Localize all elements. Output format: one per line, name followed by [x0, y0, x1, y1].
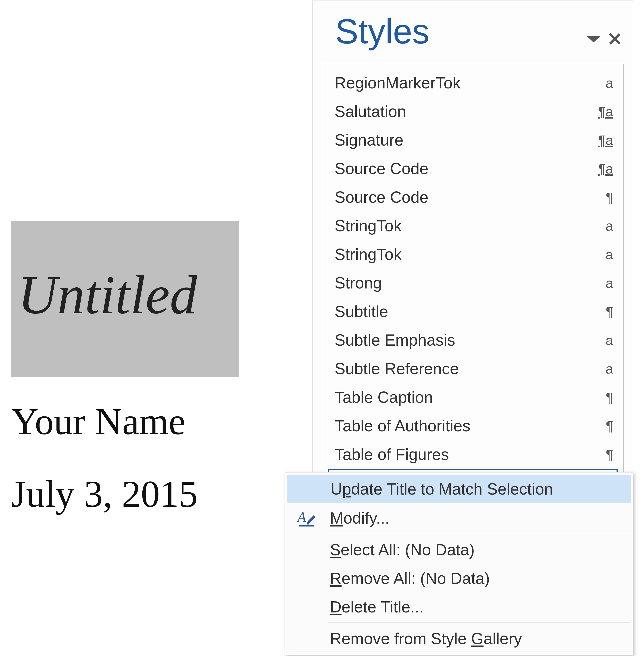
ctx-label: Update Title to Match Selection	[330, 480, 553, 498]
ctx-label: Modify...	[330, 509, 390, 527]
style-item-label: StringTok	[335, 245, 593, 264]
style-item-label: RegionMarkerTok	[335, 74, 593, 92]
ctx-divider	[328, 623, 630, 623]
style-item-label: Subtle Reference	[335, 360, 593, 378]
styles-pane-controls	[586, 32, 621, 46]
style-item[interactable]: Salutation ¶a	[322, 97, 623, 126]
style-type-icon: ¶a	[593, 132, 613, 148]
svg-rect-6	[307, 522, 309, 524]
style-item[interactable]: Table Caption ¶	[322, 383, 623, 411]
style-item[interactable]: RegionMarkerTok a	[322, 69, 623, 97]
ctx-label: Select All: (No Data)	[330, 541, 475, 559]
svg-marker-0	[587, 36, 600, 42]
ctx-divider	[328, 534, 630, 534]
style-type-icon: ¶	[593, 189, 613, 205]
document-date[interactable]: July 3, 2015	[11, 472, 239, 516]
close-icon[interactable]	[608, 32, 621, 46]
style-type-icon: a	[593, 218, 613, 234]
style-item[interactable]: Signature ¶a	[322, 126, 623, 154]
ctx-select-all[interactable]: Select All: (No Data)	[285, 536, 632, 564]
style-type-icon: ¶	[593, 389, 613, 405]
style-item-label: Source Code	[335, 188, 593, 206]
style-item-label: Signature	[335, 131, 593, 149]
style-item-label: Table of Authorities	[335, 417, 593, 435]
style-item-label: Table Caption	[335, 388, 593, 406]
style-type-icon: ¶	[593, 418, 613, 434]
style-item[interactable]: Source Code ¶	[322, 183, 623, 211]
styles-list[interactable]: RegionMarkerTok a Salutation ¶a Signatur…	[322, 64, 624, 526]
style-item[interactable]: StringTok a	[322, 211, 623, 240]
ctx-remove-from-gallery[interactable]: Remove from Style Gallery	[285, 624, 632, 653]
ctx-delete[interactable]: Delete Title...	[285, 593, 632, 621]
style-item[interactable]: StringTok a	[322, 240, 623, 269]
styles-pane: Styles RegionMarkerTok a Salutation ¶a S…	[313, 0, 633, 534]
style-type-icon: ¶	[593, 304, 613, 319]
style-item[interactable]: Table of Authorities ¶	[322, 411, 623, 440]
document-author[interactable]: Your Name	[11, 400, 239, 443]
style-item-label: Source Code	[335, 159, 593, 178]
pane-options-icon[interactable]	[586, 35, 601, 43]
style-item-label: StringTok	[335, 217, 593, 235]
modify-style-icon: A	[294, 508, 319, 528]
ctx-label: Remove from Style Gallery	[330, 629, 522, 648]
style-item-label: Salutation	[335, 102, 593, 120]
style-type-icon: a	[593, 275, 613, 291]
style-item-label: Subtle Emphasis	[335, 331, 593, 349]
style-item[interactable]: Strong a	[322, 269, 623, 297]
style-item[interactable]: Table of Figures ¶	[322, 440, 623, 469]
style-type-icon: a	[593, 247, 613, 262]
ctx-modify[interactable]: A Modify...	[285, 504, 632, 532]
ctx-label: Remove All: (No Data)	[330, 569, 490, 587]
document-title[interactable]: Untitled	[18, 268, 197, 322]
styles-pane-title: Styles	[335, 12, 430, 51]
style-type-icon: a	[593, 332, 613, 348]
style-item-label: Subtitle	[335, 302, 593, 321]
style-item-label: Table of Figures	[335, 445, 593, 463]
style-type-icon: a	[593, 75, 613, 91]
style-item[interactable]: Subtitle ¶	[322, 297, 623, 326]
ctx-remove-all[interactable]: Remove All: (No Data)	[285, 564, 632, 593]
style-type-icon: ¶a	[593, 104, 613, 119]
style-item-label: Strong	[335, 274, 593, 292]
style-item[interactable]: Subtle Reference a	[322, 354, 623, 383]
ctx-update-to-match[interactable]: Update Title to Match Selection	[286, 475, 631, 503]
styles-pane-header: Styles	[335, 12, 621, 51]
style-item[interactable]: Source Code ¶a	[322, 154, 623, 183]
style-type-icon: ¶a	[593, 161, 613, 177]
document-area: Untitled Your Name July 3, 2015	[11, 221, 239, 516]
style-type-icon: ¶	[593, 447, 613, 462]
title-selection-block[interactable]: Untitled	[11, 221, 239, 377]
ctx-label: Delete Title...	[330, 598, 424, 616]
svg-text:A: A	[296, 509, 306, 525]
style-context-menu: Update Title to Match Selection A Modify…	[285, 472, 633, 655]
style-type-icon: a	[593, 361, 613, 377]
style-item[interactable]: Subtle Emphasis a	[322, 326, 623, 354]
